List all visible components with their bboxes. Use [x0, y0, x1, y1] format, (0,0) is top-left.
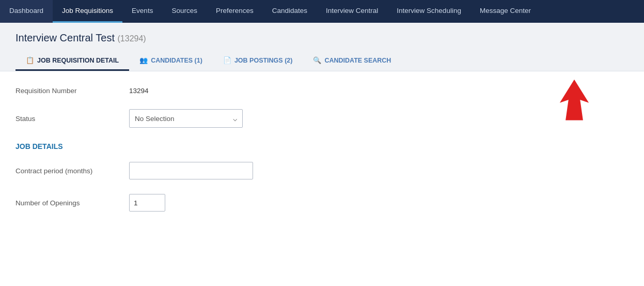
top-navigation: Dashboard Job Requisitions Events Source…	[0, 0, 644, 23]
requisition-number-row: Requisition Number 13294	[15, 87, 629, 95]
tab-job-requisition-detail[interactable]: 📋 JOB REQUISITION DETAIL	[15, 51, 129, 71]
job-details-heading: JOB DETAILS	[15, 142, 629, 150]
nav-interview-scheduling[interactable]: Interview Scheduling	[387, 0, 470, 23]
status-dropdown[interactable]: No Selection ⌵	[129, 109, 243, 128]
candidate-search-icon: 🔍	[313, 56, 321, 64]
page-header: Interview Central Test (13294) 📋 JOB REQ…	[0, 23, 644, 71]
job-postings-icon: 📄	[223, 56, 231, 64]
nav-message-center[interactable]: Message Center	[470, 0, 540, 23]
nav-job-requisitions[interactable]: Job Requisitions	[53, 0, 122, 23]
status-label: Status	[15, 115, 129, 123]
status-row: Status No Selection ⌵	[15, 109, 629, 128]
contract-period-label: Contract period (months)	[15, 167, 129, 175]
number-of-openings-row: Number of Openings	[15, 194, 629, 212]
nav-sources[interactable]: Sources	[162, 0, 207, 23]
dropdown-chevron-icon: ⌵	[233, 114, 237, 123]
tab-candidates[interactable]: 👥 CANDIDATES (1)	[129, 51, 213, 71]
requisition-number-label: Requisition Number	[15, 87, 129, 95]
status-dropdown-text: No Selection	[135, 115, 175, 123]
contract-period-input[interactable]	[129, 162, 253, 179]
nav-candidates[interactable]: Candidates	[263, 0, 317, 23]
tab-bar: 📋 JOB REQUISITION DETAIL 👥 CANDIDATES (1…	[15, 51, 629, 71]
number-of-openings-label: Number of Openings	[15, 199, 129, 207]
contract-period-row: Contract period (months)	[15, 162, 629, 179]
nav-events[interactable]: Events	[122, 0, 162, 23]
nav-preferences[interactable]: Preferences	[207, 0, 263, 23]
job-req-icon: 📋	[26, 56, 34, 64]
requisition-number-value: 13294	[129, 87, 149, 95]
nav-dashboard[interactable]: Dashboard	[0, 0, 53, 23]
tab-candidate-search[interactable]: 🔍 CANDIDATE SEARCH	[303, 51, 401, 71]
candidates-icon: 👥	[139, 56, 148, 64]
page-title: Interview Central Test (13294)	[15, 32, 629, 44]
tab-job-postings[interactable]: 📄 JOB POSTINGS (2)	[213, 51, 303, 71]
number-of-openings-input[interactable]	[129, 194, 165, 212]
main-content: Requisition Number 13294 Status No Selec…	[0, 71, 644, 278]
nav-interview-central[interactable]: Interview Central	[317, 0, 387, 23]
